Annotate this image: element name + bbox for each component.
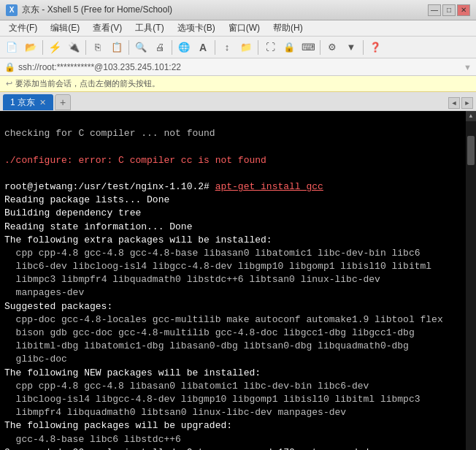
term-line-7: Building dependency tree <box>4 207 141 218</box>
term-line-22: libmpfr4 libquadmath0 libtsan0 linux-lib… <box>4 407 346 418</box>
address-dropdown-icon[interactable]: ▼ <box>464 63 472 72</box>
minimize-button[interactable]: — <box>428 4 441 16</box>
term-line-10: cpp cpp-4.8 gcc-4.8 gcc-4.8-base libasan… <box>4 248 421 259</box>
term-line-8: Reading state information... Done <box>4 221 192 232</box>
term-line-1: checking for C compiler ... not found <box>4 128 215 139</box>
scrollbar[interactable]: ▲ ▼ <box>466 111 476 450</box>
term-line-20: cpp cpp-4.8 gcc-4.8 libasan0 libatomic1 … <box>4 381 369 392</box>
address-bar: 🔒 ssh://root:***********@103.235.245.101… <box>0 58 476 76</box>
scroll-up-arrow[interactable]: ▲ <box>466 111 476 121</box>
tb-connect[interactable]: ⚡ <box>46 39 64 56</box>
tabs-bar: 1 京东 ✕ + ◄ ► <box>0 92 476 111</box>
tb-sep-3 <box>128 40 129 55</box>
app-window: X 京东 - Xshell 5 (Free for Home/School) —… <box>0 0 476 450</box>
term-line-11: libc6-dev libcloog-isl4 libgcc-4.8-dev l… <box>4 261 431 272</box>
tab-nav-right[interactable]: ► <box>461 97 473 109</box>
term-line-17: libitml-dbg libatomic1-dbg libasan0-dbg … <box>4 340 409 351</box>
tb-lock[interactable]: 🔒 <box>280 39 298 56</box>
tb-open[interactable]: 📂 <box>22 39 39 56</box>
menu-tab[interactable]: 选项卡(B) <box>172 20 221 36</box>
tb-help[interactable]: ❓ <box>366 39 384 56</box>
tb-transfer[interactable]: ↕ <box>218 39 236 56</box>
menu-file[interactable]: 文件(F) <box>3 20 43 36</box>
tb-sep-2 <box>85 40 86 55</box>
term-line-25: 3 upgraded, 20 newly installed, 0 to rem… <box>4 447 375 450</box>
term-line-14: Suggested packages: <box>4 301 112 312</box>
tab-nav-left[interactable]: ◄ <box>448 97 460 109</box>
maximize-button[interactable]: □ <box>442 4 456 16</box>
menu-edit[interactable]: 编辑(E) <box>45 20 85 36</box>
menu-tools[interactable]: 工具(T) <box>129 20 169 36</box>
address-text: ssh://root:***********@103.235.245.101:2… <box>18 62 461 72</box>
term-line-12: libmpc3 libmpfr4 libquadmath0 libstdc++6… <box>4 274 380 285</box>
info-arrow-icon: ↩ <box>6 79 12 88</box>
tb-keyboard[interactable]: ⌨ <box>299 39 317 56</box>
term-line-5: root@jetwang:/usr/test/nginx-1.10.2# apt… <box>4 181 323 192</box>
tb-more[interactable]: ▼ <box>342 39 360 56</box>
term-line-19: The following NEW packages will be insta… <box>4 367 261 378</box>
tb-sep-7 <box>320 40 320 55</box>
new-tab-button[interactable]: + <box>55 94 71 110</box>
tb-globe[interactable]: 🌐 <box>175 39 193 56</box>
terminal-content: checking for C compiler ... not found ./… <box>4 114 472 450</box>
tb-sep-8 <box>363 40 364 55</box>
tb-paste[interactable]: 📋 <box>108 39 126 56</box>
toolbar: 📄 📂 ⚡ 🔌 ⎘ 📋 🔍 🖨 🌐 A ↕ 📁 ⛶ 🔒 ⌨ ⚙ ▼ ❓ <box>0 37 476 58</box>
term-line-13: manpages-dev <box>4 287 84 298</box>
menu-window[interactable]: 窗口(W) <box>223 20 266 36</box>
close-button[interactable]: ✕ <box>457 4 470 16</box>
tb-new-session[interactable]: 📄 <box>3 39 20 56</box>
tb-font[interactable]: A <box>194 39 212 56</box>
tb-print[interactable]: 🖨 <box>151 39 169 56</box>
title-bar: X 京东 - Xshell 5 (Free for Home/School) —… <box>0 0 476 20</box>
tb-settings[interactable]: ⚙ <box>323 39 341 56</box>
app-icon: X <box>6 4 18 16</box>
tab-jingdong[interactable]: 1 京东 ✕ <box>3 94 53 110</box>
term-line-18: glibc-doc <box>4 354 67 365</box>
tb-fullscreen[interactable]: ⛶ <box>261 39 279 56</box>
term-line-16: bison gdb gcc-doc gcc-4.8-multilib gcc-4… <box>4 327 415 338</box>
info-message: 要添加当前会话，点击左侧的箭头按钮。 <box>15 78 160 89</box>
term-line-24: gcc-4.8-base libc6 libstdc++6 <box>4 434 181 445</box>
info-bar: ↩ 要添加当前会话，点击左侧的箭头按钮。 <box>0 76 476 92</box>
window-controls: — □ ✕ <box>428 4 470 16</box>
term-line-6: Reading package lists... Done <box>4 194 169 205</box>
scroll-thumb[interactable] <box>467 136 475 165</box>
title-bar-left: X 京东 - Xshell 5 (Free for Home/School) <box>6 4 172 16</box>
tb-find[interactable]: 🔍 <box>132 39 150 56</box>
tb-sftp[interactable]: 📁 <box>237 39 255 56</box>
tab-label: 1 京东 <box>10 96 35 109</box>
menu-view[interactable]: 查看(V) <box>87 20 128 36</box>
tb-sep-6 <box>258 40 258 55</box>
term-line-9: The following extra packages will be ins… <box>4 234 272 245</box>
term-line-23: The following packages will be upgraded: <box>4 420 232 431</box>
menu-help[interactable]: 帮助(H) <box>267 20 309 36</box>
terminal-area[interactable]: checking for C compiler ... not found ./… <box>0 111 476 450</box>
tab-close-icon[interactable]: ✕ <box>39 98 46 107</box>
term-line-3: ./configure: error: C compiler cc is not… <box>4 155 266 166</box>
window-title: 京东 - Xshell 5 (Free for Home/School) <box>22 4 172 16</box>
lock-icon: 🔒 <box>4 62 15 72</box>
tb-disconnect[interactable]: 🔌 <box>65 39 82 56</box>
term-line-21: libcloog-isl4 libgcc-4.8-dev libgmp10 li… <box>4 394 421 405</box>
tb-copy[interactable]: ⎘ <box>89 39 107 56</box>
menu-bar: 文件(F) 编辑(E) 查看(V) 工具(T) 选项卡(B) 窗口(W) 帮助(… <box>0 20 476 37</box>
tb-sep-5 <box>215 40 215 55</box>
tb-sep-4 <box>172 40 172 55</box>
term-line-15: cpp-doc gcc-4.8-locales gcc-multilib mak… <box>4 314 443 325</box>
tb-sep-1 <box>42 40 43 55</box>
tab-navigation: ◄ ► <box>448 97 473 110</box>
